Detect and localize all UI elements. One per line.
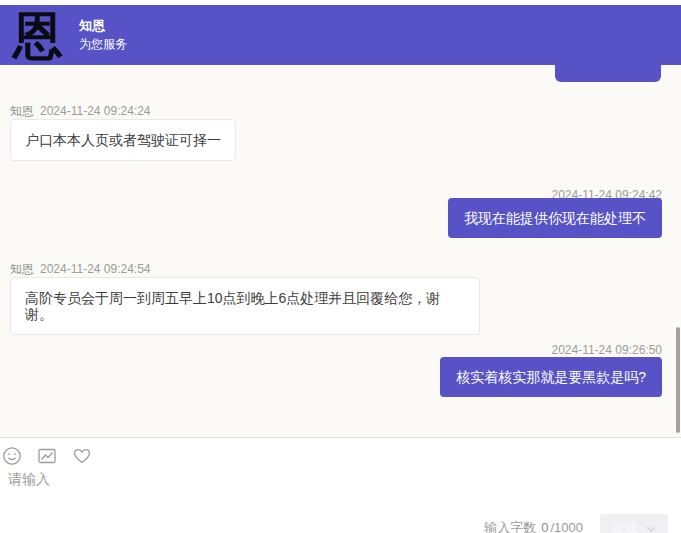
agent-name: 知恩 <box>10 104 34 118</box>
chevron-down-icon[interactable] <box>646 521 656 533</box>
chat-window: { "header": { "logo_char": "恩", "brand_n… <box>0 0 681 533</box>
chat-message-list: 知恩2024-11-24 09:24:24 户口本本人页或者驾驶证可择一 202… <box>0 65 681 437</box>
message-row: 核实着核实那就是要黑款是吗? <box>0 357 681 397</box>
char-counter-label: 输入字数 <box>484 520 536 533</box>
brand-block: 知恩 为您服务 <box>79 18 127 52</box>
heart-icon[interactable] <box>72 446 92 466</box>
message-row: 户口本本人页或者驾驶证可择一 <box>0 119 681 161</box>
message-meta: 知恩2024-11-24 09:24:24 <box>0 101 681 120</box>
char-counter-value: 0 <box>541 520 548 533</box>
char-counter-limit: /1000 <box>550 520 583 533</box>
composer-toolbar <box>2 446 92 466</box>
user-message-bubble: 核实着核实那就是要黑款是吗? <box>440 357 662 397</box>
header-bar: 恩 知恩 为您服务 <box>0 5 681 65</box>
message-meta: 知恩2024-11-24 09:24:54 <box>0 259 681 278</box>
message-input[interactable]: 请输入 <box>8 471 50 489</box>
image-icon[interactable] <box>37 446 57 466</box>
user-message-bubble: 我现在能提供你现在能处理不 <box>448 198 662 238</box>
brand-tagline: 为您服务 <box>79 36 127 52</box>
composer-panel: 请输入 输入字数0/1000 发送 <box>0 437 681 533</box>
send-button[interactable]: 发送 <box>600 514 668 533</box>
emoji-icon[interactable] <box>2 446 22 466</box>
message-timestamp: 2024-11-24 09:24:54 <box>40 262 151 276</box>
message-row: 高阶专员会于周一到周五早上10点到晚上6点处理并且回覆给您，谢谢。 <box>0 277 681 335</box>
message-timestamp: 2024-11-24 09:26:50 <box>551 343 662 357</box>
agent-message-bubble: 高阶专员会于周一到周五早上10点到晚上6点处理并且回覆给您，谢谢。 <box>10 277 480 335</box>
brand-logo: 恩 <box>13 11 63 61</box>
brand-name: 知恩 <box>79 18 127 34</box>
agent-message-bubble: 户口本本人页或者驾驶证可择一 <box>10 119 236 161</box>
agent-name: 知恩 <box>10 262 34 276</box>
message-meta: 2024-11-24 09:26:50 <box>0 340 681 358</box>
message-row: 我现在能提供你现在能处理不 <box>0 198 681 238</box>
message-timestamp: 2024-11-24 09:24:24 <box>40 104 151 118</box>
partially-scrolled-user-bubble <box>555 65 661 82</box>
send-button-label: 发送 <box>612 519 638 533</box>
char-counter: 输入字数0/1000 <box>484 519 583 533</box>
